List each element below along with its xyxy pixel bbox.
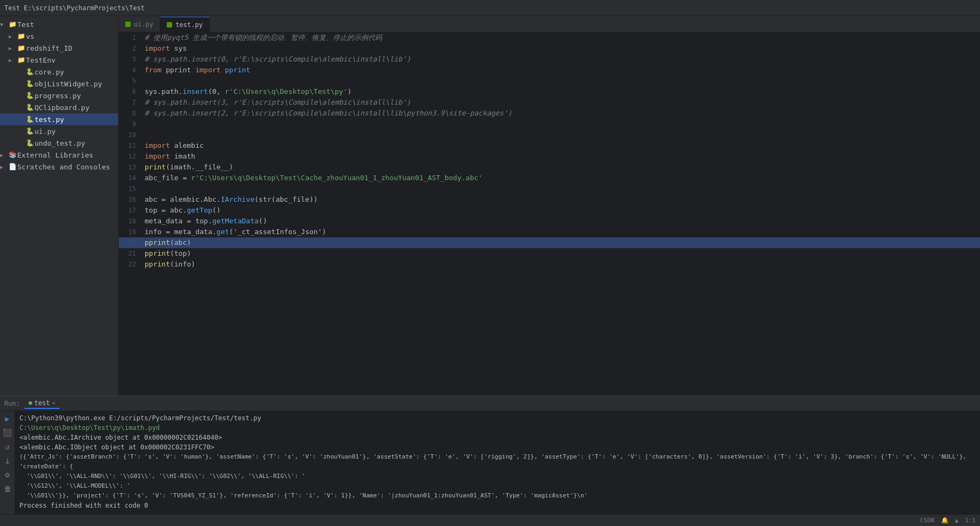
line-content-21[interactable]: pprint(top) [142, 248, 980, 259]
sidebar: ▼ 📁 Test ▶ 📁 vs ▶ 📁 redshift_ID ▶ 📁 Test… [0, 16, 119, 395]
line-number-11: 11 [119, 140, 142, 151]
clear-btn[interactable]: 🗑 [2, 483, 13, 494]
file-icon-scratches: 📄 [8, 163, 17, 170]
code-line-5: 5 [119, 76, 980, 86]
tree-arrow: ▶ [9, 45, 16, 51]
file-icon-objlistwidget-py: 🐍 [25, 80, 35, 87]
line-number-22: 22 [119, 259, 142, 270]
sidebar-item-undo-test-py[interactable]: 🐍 undo_test.py [0, 137, 118, 149]
line-number-21: 21 [119, 248, 142, 259]
code-line-16: 16abc = alembic.Abc.IArchive(str(abc_fil… [119, 194, 980, 205]
file-icon-test-root: 📁 [8, 21, 17, 28]
line-number-10: 10 [119, 129, 142, 140]
line-number-17: 17 [119, 205, 142, 216]
line-content-14[interactable]: abc_file = r'C:\Users\q\Desktop\Test\Cac… [142, 173, 980, 183]
tab-ui-py-tab[interactable]: ui.py [119, 17, 160, 32]
status-csdn[interactable]: CSDN [920, 517, 935, 524]
line-content-18[interactable]: meta_data = top.getMetaData() [142, 216, 980, 227]
line-content-1[interactable]: # 使用pyqt5 生成一个带有锁的线程的启动、暂停、恢复、停止的示例代码 [142, 32, 980, 43]
sidebar-item-vs[interactable]: ▶ 📁 vs [0, 30, 118, 42]
code-line-12: 12import imath [119, 151, 980, 162]
tab-test-py-tab[interactable]: test.py [160, 17, 210, 32]
bottom-content: ▶ ⬛ ↺ ⤓ ⚙ 🗑 C:\Python39\python.exe E:/sc… [0, 411, 980, 514]
sidebar-item-ui-py[interactable]: 🐍 ui.py [0, 125, 118, 137]
file-icon-test-py: 🐍 [25, 115, 35, 123]
line-number-7: 7 [119, 97, 142, 108]
sidebar-item-test-py[interactable]: 🐍 test.py [0, 113, 118, 125]
run-label: Run: [4, 400, 20, 407]
bottom-toolbar: ▶ ⬛ ↺ ⤓ ⚙ 🗑 [0, 411, 15, 514]
output-line: '\\G01\\'}}, 'project': {'T': 's', 'V': … [19, 491, 976, 501]
code-line-15: 15 [119, 183, 980, 194]
sidebar-label-test-py: test.py [35, 115, 116, 124]
line-content-11[interactable]: import alembic [142, 140, 980, 151]
line-content-2[interactable]: import sys [142, 43, 980, 54]
line-content-20[interactable]: pprint(abc) [142, 237, 980, 248]
status-arrow: ▲ [955, 517, 959, 524]
line-number-19: 19 [119, 227, 142, 237]
code-line-2: 2import sys [119, 43, 980, 54]
file-icon-testenv: 📁 [16, 56, 26, 64]
status-bar: CSDN 🔔 ▲ 1:1 [0, 514, 980, 526]
sidebar-item-objlistwidget-py[interactable]: 🐍 objListWidget.py [0, 78, 118, 90]
line-content-16[interactable]: abc = alembic.Abc.IArchive(str(abc_file)… [142, 194, 980, 205]
rerun-btn[interactable]: ↺ [2, 441, 13, 452]
line-content-8[interactable]: # sys.path.insert(2, r'E:\scripts\Compil… [142, 108, 980, 119]
sidebar-item-external-libraries[interactable]: ▶ 📚 External Libraries [0, 149, 118, 161]
sidebar-item-scratches[interactable]: ▶ 📄 Scratches and Consoles [0, 161, 118, 173]
sidebar-item-redshift_id[interactable]: ▶ 📁 redshift_ID [0, 42, 118, 54]
line-number-20: 20 [119, 237, 142, 248]
line-number-15: 15 [119, 183, 142, 194]
status-bell: 🔔 [941, 517, 949, 524]
line-content-12[interactable]: import imath [142, 151, 980, 162]
code-line-19: 19info = meta_data.get('_ct_assetInfos_J… [119, 227, 980, 237]
line-number-14: 14 [119, 173, 142, 183]
output-line: '\\G01\\', '\\ALL-RND\\': '\\G01\\', '\\… [19, 472, 976, 481]
line-content-4[interactable]: from pprint import pprint [142, 65, 980, 76]
settings-btn[interactable]: ⚙ [2, 469, 13, 480]
file-icon-ui-py: 🐍 [25, 127, 35, 135]
code-line-21: 21pprint(top) [119, 248, 980, 259]
code-line-20: 20pprint(abc) [119, 237, 980, 248]
sidebar-item-qclipboard-py[interactable]: 🐍 QClipboard.py [0, 101, 118, 113]
line-number-1: 1 [119, 32, 142, 43]
file-icon-qclipboard-py: 🐍 [25, 104, 35, 111]
line-content-22[interactable]: pprint(info) [142, 259, 980, 270]
code-line-3: 3# sys.path.insert(0, r'E:\scripts\Compi… [119, 54, 980, 65]
tab-label-ui-py-tab: ui.py [134, 21, 153, 28]
sidebar-label-objlistwidget-py: objListWidget.py [35, 80, 116, 88]
sidebar-item-core-py[interactable]: 🐍 core.py [0, 66, 118, 78]
line-number-18: 18 [119, 216, 142, 227]
run-tab-label: test [35, 399, 50, 407]
file-icon-undo-test-py: 🐍 [25, 139, 35, 147]
sidebar-label-undo-test-py: undo_test.py [35, 139, 116, 147]
editor-area: ui.py test.py 1# 使用pyqt5 生成一个带有锁的线程的启动、暂… [119, 16, 980, 395]
sidebar-item-testenv[interactable]: ▶ 📁 TestEnv [0, 54, 118, 66]
tree-arrow: ▶ [0, 152, 8, 158]
tree-arrow: ▶ [0, 164, 8, 170]
line-number-4: 4 [119, 65, 142, 76]
line-content-6[interactable]: sys.path.insert(0, r'C:\Users\q\Desktop\… [142, 86, 980, 97]
file-icon-external-libraries: 📚 [8, 151, 17, 159]
file-icon-vs: 📁 [16, 32, 26, 40]
scroll-btn[interactable]: ⤓ [2, 455, 13, 466]
code-editor[interactable]: 1# 使用pyqt5 生成一个带有锁的线程的启动、暂停、恢复、停止的示例代码2i… [119, 32, 980, 395]
stop-btn[interactable]: ⬛ [2, 427, 13, 438]
sidebar-item-progress-py[interactable]: 🐍 progress.py [0, 90, 118, 101]
output-line: '\\G12\\', '\\ALL-MODEL\\': ' [19, 481, 976, 491]
sidebar-label-test-root: Test [17, 21, 116, 29]
run-tab[interactable]: ● test ✕ [24, 398, 60, 409]
line-content-3[interactable]: # sys.path.insert(0, r'E:\scripts\Compil… [142, 54, 980, 65]
line-content-7[interactable]: # sys.path.insert(3, r'E:\scripts\Compil… [142, 97, 980, 108]
sidebar-item-test-root[interactable]: ▼ 📁 Test [0, 18, 118, 30]
code-line-13: 13print(imath.__file__) [119, 162, 980, 173]
line-content-19[interactable]: info = meta_data.get('_ct_assetInfos_Jso… [142, 227, 980, 237]
run-btn[interactable]: ▶ [2, 413, 13, 424]
top-bar-title: Test E:\scripts\PycharmProjects\Test [4, 4, 145, 12]
main-area: ▼ 📁 Test ▶ 📁 vs ▶ 📁 redshift_ID ▶ 📁 Test… [0, 16, 980, 395]
line-content-17[interactable]: top = abc.getTop() [142, 205, 980, 216]
close-tab-btn[interactable]: ✕ [52, 400, 55, 406]
line-content-13[interactable]: print(imath.__file__) [142, 162, 980, 173]
code-line-22: 22pprint(info) [119, 259, 980, 270]
sidebar-label-scratches: Scratches and Consoles [17, 163, 116, 171]
